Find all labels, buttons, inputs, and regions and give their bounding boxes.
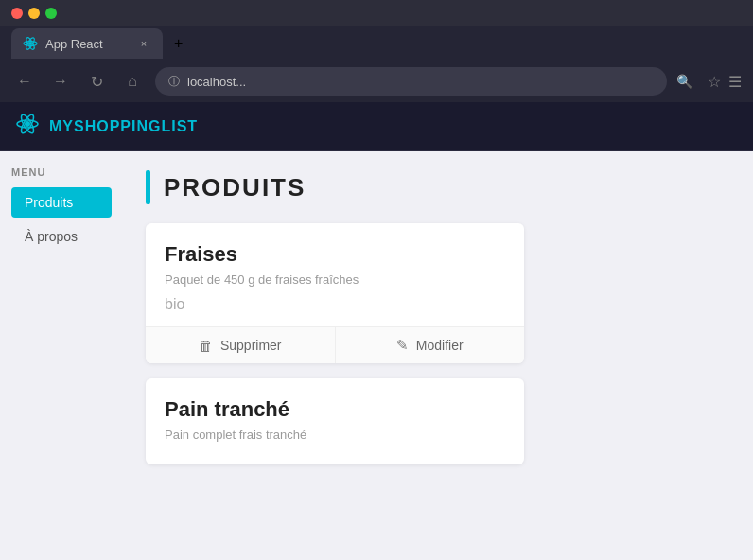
back-button[interactable]: ← (11, 68, 38, 95)
sidebar-produits-label: Produits (25, 195, 73, 210)
edit-icon: ✎ (396, 337, 409, 354)
reload-icon: ↻ (91, 73, 103, 91)
page-title-container: PRODUITS (146, 170, 730, 204)
product-description-pain: Pain complet frais tranché (165, 428, 505, 442)
sidebar: MENU Produits À propos (0, 151, 123, 560)
product-tag-fraises: bio (165, 296, 505, 313)
browser-chrome: App React × + ← → ↻ ⌂ ⓘ localhost... 🔍 ☆… (0, 0, 753, 102)
content-area: PRODUITS Fraises Paquet de 450 g de frai… (123, 151, 753, 560)
sidebar-menu-label: MENU (11, 166, 112, 178)
home-button[interactable]: ⌂ (119, 68, 146, 95)
url-bar[interactable]: ⓘ localhost... (155, 67, 667, 96)
forward-button[interactable]: → (47, 68, 74, 95)
maximize-window-button[interactable] (45, 8, 57, 19)
sidebar-item-apropos[interactable]: À propos (11, 221, 112, 252)
product-card-pain: Pain tranché Pain complet frais tranché (146, 378, 524, 464)
react-tab-icon (23, 36, 38, 51)
delete-button-fraises[interactable]: 🗑 Supprimer (146, 327, 336, 363)
reload-button[interactable]: ↻ (83, 68, 110, 95)
title-accent-bar (146, 170, 150, 204)
react-logo-icon (15, 112, 40, 142)
product-description-fraises: Paquet de 450 g de fraises fraîches (165, 272, 505, 287)
tab-title: App React (45, 37, 103, 51)
edit-label-fraises: Modifier (416, 338, 464, 353)
minimize-window-button[interactable] (28, 8, 40, 19)
svg-point-4 (25, 121, 30, 127)
tab-bar: App React × + (0, 26, 753, 61)
browser-tab[interactable]: App React × (11, 28, 163, 59)
close-window-button[interactable] (11, 8, 23, 19)
url-text: localhost... (187, 75, 246, 89)
product-name-pain: Pain tranché (165, 397, 505, 422)
back-icon: ← (17, 73, 32, 90)
tab-close-button[interactable]: × (136, 36, 151, 51)
forward-icon: → (53, 73, 68, 90)
new-tab-button[interactable]: + (174, 35, 183, 52)
bookmark-icon[interactable]: ☆ (708, 73, 721, 91)
app-name-shopping: SHOPPING (74, 118, 161, 134)
home-icon: ⌂ (128, 73, 137, 90)
bookmarks-list-icon[interactable]: ☰ (728, 73, 742, 91)
product-name-fraises: Fraises (165, 242, 505, 267)
address-bar: ← → ↻ ⌂ ⓘ localhost... 🔍 ☆ ☰ (0, 61, 753, 102)
bookmark-icons: ☆ ☰ (708, 73, 742, 91)
product-card-fraises: Fraises Paquet de 450 g de fraises fraîc… (146, 223, 524, 363)
product-card-body-pain: Pain tranché Pain complet frais tranché (146, 378, 524, 464)
product-card-body-fraises: Fraises Paquet de 450 g de fraises fraîc… (146, 223, 524, 326)
app-logo: MYSHOPPINGLIST (15, 112, 198, 142)
page-title: PRODUITS (164, 173, 306, 202)
app-name-list: LIST (161, 118, 198, 134)
search-icon[interactable]: 🔍 (676, 74, 692, 89)
delete-label-fraises: Supprimer (220, 338, 282, 353)
app-name-my: MY (49, 118, 74, 134)
edit-button-fraises[interactable]: ✎ Modifier (336, 327, 525, 363)
app-name: MYSHOPPINGLIST (49, 118, 198, 135)
sidebar-apropos-label: À propos (25, 229, 78, 244)
product-card-actions-fraises: 🗑 Supprimer ✎ Modifier (146, 326, 524, 363)
main-layout: MENU Produits À propos PRODUITS Fraises … (0, 151, 753, 560)
sidebar-item-produits[interactable]: Produits (11, 187, 112, 218)
title-bar (0, 0, 753, 26)
traffic-lights (11, 8, 57, 19)
app-navbar: MYSHOPPINGLIST (0, 102, 753, 151)
lock-icon: ⓘ (168, 74, 180, 90)
trash-icon: 🗑 (199, 338, 213, 354)
